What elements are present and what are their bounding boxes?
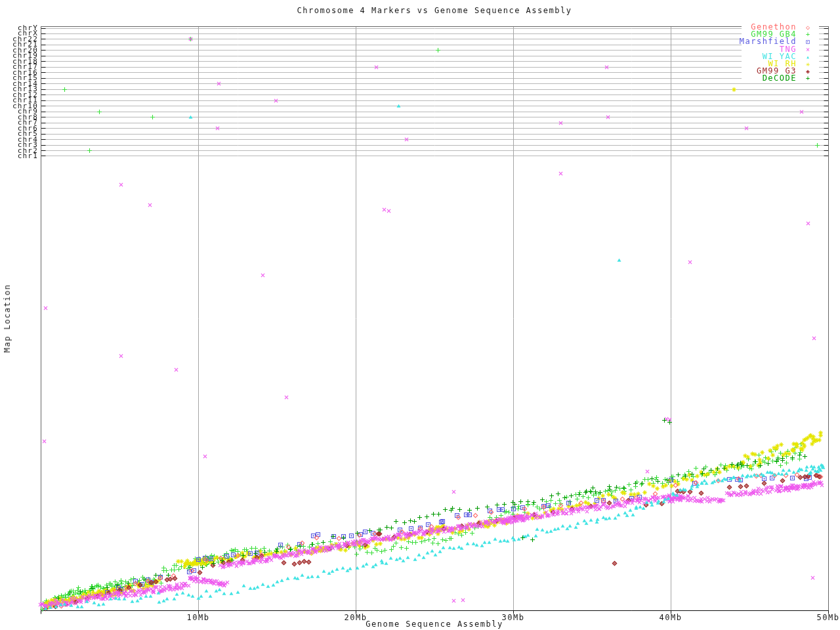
x-tick-label-10Mb: 10Mb: [178, 613, 218, 622]
x-tick-label-50Mb: 50Mb: [808, 613, 840, 622]
asterisk-marker-icon: ✳: [797, 60, 819, 68]
x-marker-icon: ×: [797, 46, 819, 53]
chart-title: Chromosome 4 Markers vs Genome Sequence …: [41, 6, 828, 15]
x-tick-label-20Mb: 20Mb: [336, 613, 375, 622]
plot-canvas: [0, 0, 840, 630]
plus-marker-icon: +: [797, 31, 819, 38]
plus-marker-icon: +: [797, 75, 819, 82]
square-dot-marker-icon: ⊡: [797, 38, 819, 45]
legend: Genethon◇GM99 GB4+Marshfield⊡TNG×WI YAC▴…: [742, 23, 819, 83]
chr-axis-label-chr1: chr1: [0, 153, 38, 159]
y-axis-title: Map Location: [3, 284, 12, 353]
chart-page: { "chart_data": { "type": "scatter", "ti…: [0, 0, 840, 630]
diamond-dot-marker-icon: ◈: [797, 68, 819, 75]
x-tick-label-40Mb: 40Mb: [651, 613, 690, 622]
x-tick-label-30Mb: 30Mb: [494, 613, 533, 622]
legend-item-decode: DeCODE+: [742, 75, 819, 82]
x-axis-title: Genome Sequence Assembly: [41, 620, 828, 629]
triangle-marker-icon: ▴: [797, 53, 819, 60]
diamond-marker-icon: ◇: [797, 24, 819, 31]
legend-label: DeCODE: [763, 75, 797, 82]
